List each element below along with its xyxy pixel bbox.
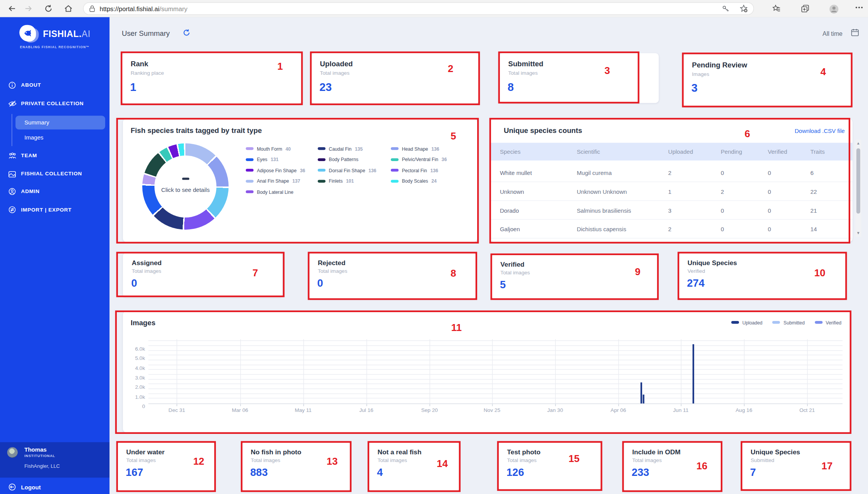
info-icon	[8, 81, 16, 89]
legend-swatch	[246, 190, 254, 193]
gridline-h	[148, 398, 843, 398]
main-content: User Summary All time Rank Ranking place…	[109, 17, 868, 494]
refresh-page-icon[interactable]	[44, 4, 53, 13]
sidebar-item-about[interactable]: ABOUT	[0, 80, 109, 91]
refresh-data-icon[interactable]	[183, 29, 190, 37]
images-plot	[148, 339, 843, 404]
stat-card-include-odm: Include in ODM Total images 233	[623, 442, 721, 491]
x-tick-label: May 11	[295, 407, 312, 413]
legend-swatch	[318, 180, 325, 182]
chart-bar	[643, 394, 644, 403]
download-csv-link[interactable]: Download .CSV file	[795, 127, 845, 134]
sidebar-item-admin[interactable]: ADMIN	[0, 187, 109, 198]
images-y-axis: 01.0k2.0k3.0k4.0k5.0k6.0k	[123, 339, 145, 403]
legend-swatch	[246, 169, 254, 171]
gridline-h	[148, 374, 843, 375]
sidebar-item-private-collection[interactable]: PRIVATE COLLECTION	[0, 99, 109, 110]
donut-center-label: Click to see details	[155, 187, 217, 193]
date-range-selector[interactable]: All time	[823, 30, 843, 37]
calendar-icon[interactable]	[851, 28, 859, 37]
gridline-v	[177, 339, 177, 403]
more-menu-icon[interactable]	[855, 6, 864, 15]
x-tick-mark	[177, 404, 177, 406]
import-export-icon	[8, 206, 16, 213]
scrollbar-thumb[interactable]	[856, 148, 860, 213]
traits-card: Fish species traits tagged by trait type…	[123, 119, 477, 242]
gridline-v	[429, 339, 430, 403]
x-tick-mark	[555, 404, 555, 406]
images-chart-card: Images Uploaded Submitted Verified 01.0k…	[123, 312, 851, 432]
gridline-v	[492, 339, 492, 403]
home-icon[interactable]	[64, 4, 73, 13]
password-key-icon[interactable]	[722, 5, 730, 12]
gridline-h	[148, 384, 843, 384]
images-chart-legend: Uploaded Submitted Verified	[731, 319, 841, 326]
chart-bar	[640, 382, 642, 403]
legend-item: Caudal Fin135	[318, 146, 376, 152]
forward-icon[interactable]	[24, 4, 33, 13]
y-tick-label: 4.0k	[135, 365, 145, 371]
species-table-title: Unique species counts	[504, 126, 582, 134]
table-scrollbar[interactable]: ▲ ▼	[855, 139, 861, 237]
sidebar-item-fishial-collection[interactable]: FISHIAL COLLECTION	[0, 169, 109, 180]
legend-item: Submitted	[772, 319, 805, 326]
x-tick-label: Jul 16	[359, 407, 373, 413]
table-row: White mulletMugil curema2006	[490, 163, 852, 182]
donut-center-dash	[182, 178, 190, 180]
stat-card-test-photo: Test photo Total images 126	[498, 442, 601, 490]
gridline-v	[807, 339, 807, 403]
collections-icon[interactable]	[801, 4, 809, 13]
table-row: DoradoSalminus brasiliensis30021	[490, 201, 852, 220]
gridline-h	[148, 370, 843, 370]
gridline-h	[148, 350, 843, 351]
user-avatar	[7, 447, 18, 457]
profile-avatar[interactable]	[829, 4, 838, 13]
address-bar[interactable]: https://portal.fishial.ai/summary	[83, 2, 754, 15]
x-tick-label: Apr 06	[611, 407, 626, 413]
logo-text: FISHIAL.AI	[43, 29, 90, 39]
sidebar-subitem-images[interactable]: Images	[24, 134, 43, 141]
logout-button[interactable]: Logout	[0, 482, 109, 494]
legend-item: Finlets101	[318, 178, 376, 184]
legend-swatch	[246, 180, 254, 182]
gridline-h	[148, 341, 843, 341]
sidebar-subitem-summary-label[interactable]: Summary	[24, 119, 49, 126]
sidebar-item-team[interactable]: TEAM	[0, 151, 109, 162]
traits-legend-col1: Mouth Form40 Eyes131 Adipose Fin Shape36…	[246, 146, 305, 195]
legend-swatch	[772, 321, 780, 324]
admin-icon	[8, 188, 16, 195]
sidebar-item-import-export[interactable]: IMPORT | EXPORT	[0, 205, 109, 216]
user-org: FishAngler, LLC	[24, 463, 60, 469]
user-plan-badge: INSTITUTIONAL	[24, 454, 55, 458]
y-tick-label: 5.0k	[135, 355, 145, 361]
gridline-v	[618, 339, 619, 403]
stat-card-not-real-fish: Not a real fish Total images 4	[369, 442, 460, 491]
legend-item: Body Scales24	[391, 178, 447, 184]
scroll-down-icon[interactable]: ▼	[856, 231, 861, 235]
gridline-v	[303, 339, 304, 403]
legend-item: Pectoral Fin136	[391, 167, 447, 173]
traits-donut-wrap[interactable]: Click to see details	[142, 143, 229, 230]
logo: FISHIAL.AI ENABLING FISHIAL RECOGNITION™	[0, 25, 109, 49]
stat-card-rejected: Rejected Total images 0	[309, 253, 476, 299]
x-tick-label: Jun 11	[673, 407, 688, 413]
x-tick-mark	[240, 404, 241, 406]
x-tick-mark	[618, 404, 619, 406]
sidebar: FISHIAL.AI ENABLING FISHIAL RECOGNITION™…	[0, 17, 109, 494]
y-tick-label: 3.0k	[135, 375, 145, 381]
gridline-v	[681, 339, 681, 403]
logout-icon	[8, 483, 16, 491]
stat-card-pending-review: Pending Review Images 3	[683, 54, 851, 107]
add-favorite-icon[interactable]	[740, 4, 748, 13]
legend-item: Dorsal Fin Shape136	[318, 167, 376, 173]
back-icon[interactable]	[8, 4, 16, 13]
url-host: https://portal.fishial.ai	[100, 5, 160, 12]
traits-donut-hole: Click to see details	[155, 156, 217, 218]
stat-card-rank: Rank Ranking place 1	[122, 53, 302, 104]
scroll-up-icon[interactable]: ▲	[856, 141, 861, 145]
x-tick-mark	[744, 404, 744, 406]
favorites-icon[interactable]	[772, 4, 781, 13]
table-header: SpeciesScientificUploadedPendingVerified…	[490, 143, 852, 161]
subnav-line	[12, 114, 12, 146]
stat-card-under-water: Under water Total images 167	[117, 442, 215, 491]
